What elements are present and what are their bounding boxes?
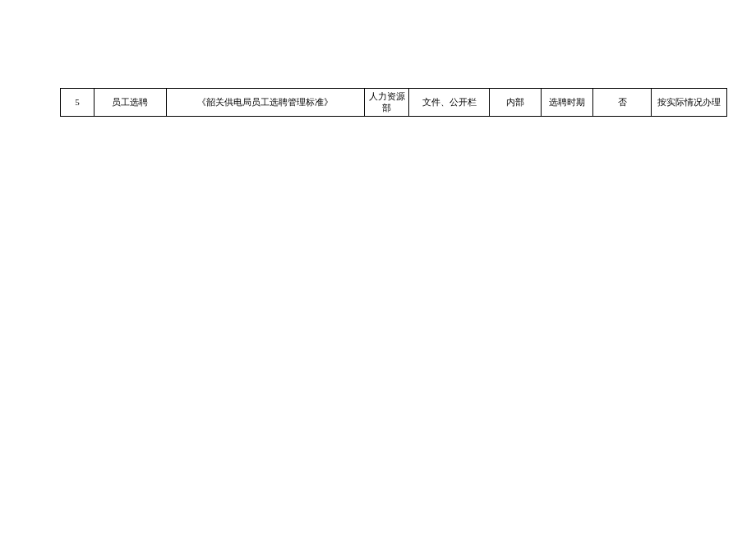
cell-name: 员工选聘 [94, 89, 167, 117]
cell-index: 5 [61, 89, 94, 117]
cell-document: 《韶关供电局员工选聘管理标准》 [166, 89, 364, 117]
cell-form: 文件、公开栏 [409, 89, 489, 117]
cell-department: 人力资源部 [364, 89, 409, 117]
document-page: 5 员工选聘 《韶关供电局员工选聘管理标准》 人力资源部 文件、公开栏 内部 选… [0, 0, 756, 117]
cell-timing: 选聘时期 [541, 89, 592, 117]
cell-fee: 否 [593, 89, 652, 117]
cell-scope: 内部 [489, 89, 541, 117]
cell-remark: 按实际情况办理 [652, 89, 727, 117]
data-table: 5 员工选聘 《韶关供电局员工选聘管理标准》 人力资源部 文件、公开栏 内部 选… [60, 88, 727, 117]
table-row: 5 员工选聘 《韶关供电局员工选聘管理标准》 人力资源部 文件、公开栏 内部 选… [61, 89, 727, 117]
